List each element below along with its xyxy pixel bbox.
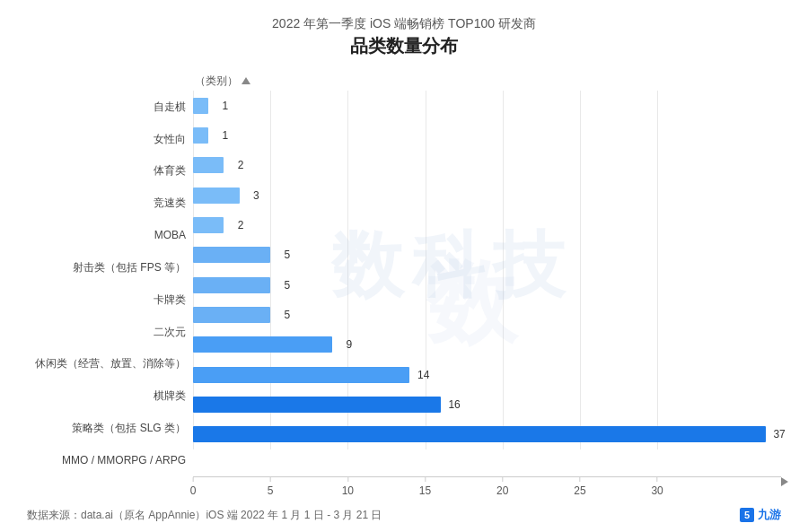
chart-inner: 自走棋女性向体育类竞速类MOBA射击类（包括 FPS 等）卡牌类二次元休闲类（经…: [27, 71, 781, 503]
x-tick: 25: [574, 477, 585, 497]
bar-row: 16: [193, 389, 781, 419]
logo-box: 5: [740, 508, 754, 522]
bar-value-label: 2: [238, 159, 244, 171]
bar-value-label: 16: [448, 398, 460, 411]
bar-row: 1: [193, 120, 781, 150]
bar-value-label: 5: [284, 279, 290, 292]
x-tick-line: [193, 477, 194, 482]
bar-row: 5: [193, 270, 781, 300]
y-labels: 自走棋女性向体育类竞速类MOBA射击类（包括 FPS 等）卡牌类二次元休闲类（经…: [27, 71, 193, 503]
bar-row: 1: [193, 91, 781, 120]
bar-fill: 14: [193, 367, 409, 383]
bar-value-label: 5: [284, 309, 290, 321]
bar-value-label: 37: [773, 428, 785, 440]
bar-row: 3: [193, 180, 781, 210]
chart-plot: （类别） 112325559141637 051015202530: [193, 71, 781, 503]
x-tick-label: 5: [268, 484, 274, 497]
bar-row: 14: [193, 360, 781, 389]
bar-fill: 5: [193, 307, 270, 323]
x-tick-label: 0: [190, 484, 197, 497]
x-tick-line: [347, 477, 348, 482]
bar-value-label: 1: [223, 129, 229, 142]
bar-fill: 16: [193, 397, 441, 413]
bars-container: 112325559141637: [193, 91, 781, 476]
chart-subtitle: 2022 年第一季度 iOS 端畅销榜 TOP100 研发商: [27, 16, 781, 32]
chart-title: 品类数量分布: [27, 34, 781, 58]
x-tick: 30: [651, 477, 663, 497]
bar-fill: 1: [193, 127, 208, 144]
bar-row: 5: [193, 240, 781, 270]
y-label-item: 竞速类: [27, 187, 186, 219]
y-label-item: 棋牌类: [27, 379, 186, 412]
y-axis-label: （类别）: [193, 71, 781, 91]
bar-fill: 2: [193, 217, 224, 233]
bar-fill: 1: [193, 98, 208, 114]
chart-area: 自走棋女性向体育类竞速类MOBA射击类（包括 FPS 等）卡牌类二次元休闲类（经…: [27, 71, 781, 503]
bar-value-label: 2: [238, 219, 244, 231]
x-tick-label: 20: [496, 484, 508, 497]
bar-value-label: 1: [223, 100, 229, 112]
bar-value-label: 3: [253, 189, 259, 202]
x-tick: 20: [496, 477, 508, 497]
x-tick: 15: [419, 477, 431, 497]
x-tick-label: 30: [651, 484, 663, 497]
bar-fill: 5: [193, 247, 270, 263]
footer-logo: 5 九游: [740, 507, 781, 523]
x-tick-line: [270, 477, 271, 482]
bar-fill: 37: [193, 426, 766, 442]
x-tick: 0: [190, 477, 197, 497]
bar-row: 37: [193, 420, 781, 449]
main-container: 数科技 数 2022 年第一季度 iOS 端畅销榜 TOP100 研发商 品类数…: [0, 0, 808, 532]
y-label-item: 自走棋: [27, 91, 186, 123]
x-tick-line: [657, 477, 658, 482]
y-label-item: MOBA: [27, 219, 186, 251]
bar-row: 5: [193, 300, 781, 329]
y-label-item: 二次元: [27, 316, 186, 348]
bar-fill: 2: [193, 157, 224, 173]
x-axis: 051015202530: [193, 476, 781, 503]
bar-fill: 3: [193, 188, 240, 204]
y-label-item: 女性向: [27, 123, 186, 155]
y-label-item: 休闲类（经营、放置、消除等）: [27, 348, 186, 380]
x-axis-arrow: [781, 474, 788, 490]
x-tick-label: 25: [574, 484, 585, 497]
x-tick-line: [425, 477, 426, 482]
bar-fill: 5: [193, 277, 270, 293]
bar-fill: 9: [193, 336, 332, 353]
x-tick-label: 10: [342, 484, 354, 497]
bar-value-label: 5: [284, 249, 290, 261]
x-tick-label: 15: [419, 484, 431, 497]
x-tick-line: [579, 477, 580, 482]
bar-value-label: 9: [346, 338, 352, 351]
logo-text: 九游: [758, 507, 781, 523]
footer: 数据来源：data.ai（原名 AppAnnie）iOS 端 2022 年 1 …: [27, 507, 781, 523]
x-axis-arrow-icon: [781, 477, 788, 486]
x-tick: 5: [268, 477, 274, 497]
bar-row: 9: [193, 330, 781, 360]
y-label-item: 卡牌类: [27, 283, 186, 316]
bar-value-label: 14: [417, 369, 429, 381]
x-tick: 10: [342, 477, 354, 497]
x-tick-line: [502, 477, 503, 482]
footer-source: 数据来源：data.ai（原名 AppAnnie）iOS 端 2022 年 1 …: [27, 508, 382, 523]
y-label-item: 射击类（包括 FPS 等）: [27, 251, 186, 283]
y-label-item: 体育类: [27, 155, 186, 188]
y-label-item: MMO / MMORPG / ARPG: [27, 444, 186, 476]
y-axis-arrow: [242, 77, 250, 84]
bar-row: 2: [193, 151, 781, 180]
bar-row: 2: [193, 210, 781, 240]
y-label-item: 策略类（包括 SLG 类）: [27, 412, 186, 444]
